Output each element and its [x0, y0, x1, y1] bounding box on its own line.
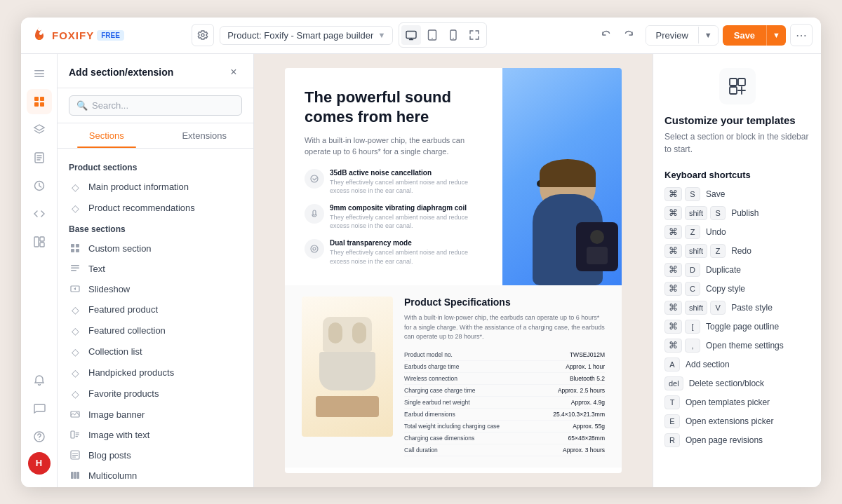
svg-point-42 — [313, 247, 316, 250]
section-item-favorite[interactable]: ◇ Favorite products — [58, 383, 253, 404]
tab-extensions[interactable]: Extensions — [156, 123, 254, 148]
svg-rect-10 — [34, 102, 39, 107]
section-item-product-rec[interactable]: ◇ Product recommendations — [58, 198, 253, 219]
section-item-handpicked[interactable]: ◇ Handpicked products — [58, 362, 253, 383]
bracket-key: [ — [685, 320, 700, 334]
shortcut-action: Redo — [731, 246, 751, 256]
sidebar-menu-button[interactable] — [27, 61, 52, 86]
specs-row-7: Total weight including charging caseAppr… — [404, 421, 605, 433]
preview-button[interactable]: Preview — [646, 26, 698, 45]
shortcut-undo: ⌘ Z Undo — [664, 225, 810, 239]
shortcut-action: Open theme settings — [706, 341, 784, 350]
more-options-button[interactable]: ⋯ — [790, 24, 813, 46]
section-item-image-text[interactable]: Image with text — [58, 425, 253, 445]
comma-key: , — [685, 339, 700, 353]
section-item-collection-list[interactable]: ◇ Collection list — [58, 341, 253, 362]
sidebar-help-button[interactable] — [27, 424, 52, 449]
preview-dropdown-button[interactable]: ▼ — [698, 27, 718, 43]
product-sections-title: Product sections — [58, 157, 253, 177]
svg-rect-30 — [76, 435, 80, 435]
fullscreen-view-button[interactable] — [465, 25, 484, 45]
section-item-text[interactable]: Text — [58, 259, 253, 279]
shortcut-action: Delete section/block — [689, 379, 764, 388]
cmd-key: ⌘ — [664, 339, 682, 353]
user-avatar[interactable]: H — [28, 452, 51, 475]
sidebar-sections-button[interactable] — [27, 89, 52, 114]
section-item-featured-collection[interactable]: ◇ Featured collection — [58, 320, 253, 341]
undo-button[interactable] — [596, 25, 616, 45]
shortcut-action: Paste style — [731, 303, 773, 313]
svg-rect-23 — [71, 265, 79, 266]
panel-close-button[interactable]: × — [225, 64, 242, 81]
search-input[interactable] — [92, 100, 234, 111]
shortcut-delete: del Delete section/block — [664, 376, 810, 390]
redo-button[interactable] — [619, 25, 639, 45]
tabs-row: Sections Extensions — [58, 123, 253, 149]
sidebar-widget-button[interactable] — [27, 229, 52, 254]
sidebar-chat-button[interactable] — [27, 396, 52, 421]
shortcut-add-section: A Add section — [664, 357, 810, 372]
right-panel-desc: Select a section or block in the sidebar… — [664, 130, 810, 156]
specs-section: Product Specifications With a built-in l… — [285, 285, 622, 468]
save-button-group: Save ▼ — [723, 25, 786, 46]
section-item-custom[interactable]: Custom section — [58, 238, 253, 259]
section-item-image-cards[interactable]: Image cards — [58, 486, 253, 487]
topbar: FOXIFY FREE Product: Foxify - Smart page… — [21, 18, 821, 54]
sidebar-pages-button[interactable] — [27, 145, 52, 170]
section-item-multicolumn[interactable]: Multicolumn — [58, 465, 253, 486]
desktop-view-button[interactable] — [401, 25, 421, 45]
shortcut-templates: T Open templates picker — [664, 395, 810, 409]
sidebar-bell-button[interactable] — [27, 368, 52, 393]
tablet-icon — [427, 29, 438, 41]
section-item-label: Featured product — [88, 304, 158, 315]
tab-sections[interactable]: Sections — [58, 123, 156, 148]
sidebar-code-button[interactable] — [27, 201, 52, 226]
svg-point-2 — [432, 38, 433, 39]
settings-button[interactable] — [192, 24, 214, 46]
c-key: C — [685, 282, 700, 296]
svg-rect-19 — [71, 244, 74, 247]
section-item-slideshow[interactable]: Slideshow — [58, 279, 253, 299]
grid-icon — [33, 95, 46, 108]
section-item-featured-product[interactable]: ◇ Featured product — [58, 299, 253, 320]
sidebar-clock-button[interactable] — [27, 173, 52, 198]
section-item-blog[interactable]: Blog posts — [58, 445, 253, 465]
specs-layout: Product Specifications With a built-in l… — [302, 297, 605, 456]
shortcut-action: Open extensions picker — [686, 416, 773, 426]
svg-rect-20 — [76, 244, 79, 247]
sidebar-layers-button[interactable] — [27, 117, 52, 142]
save-dropdown-button[interactable]: ▼ — [766, 25, 786, 46]
svg-rect-7 — [34, 76, 44, 77]
featured-product-icon: ◇ — [69, 304, 81, 315]
shift-key: shift — [685, 206, 707, 220]
v-key: V — [710, 301, 726, 315]
save-button[interactable]: Save — [723, 25, 766, 46]
topbar-left: FOXIFY FREE — [29, 25, 86, 45]
specs-row-9: Call durationApprox. 3 hours — [404, 444, 605, 456]
shortcut-theme-settings: ⌘ , Open theme settings — [664, 339, 810, 353]
section-item-image-banner[interactable]: Image banner — [58, 404, 253, 425]
specs-row-8: Charging case dimensions65×48×28mm — [404, 433, 605, 444]
mobile-view-button[interactable] — [443, 25, 463, 45]
section-item-main-product[interactable]: ◇ Main product information — [58, 177, 253, 198]
section-item-label: Text — [88, 264, 105, 274]
page-selector[interactable]: Product: Foxify - Smart page builder ▼ — [220, 26, 393, 45]
svg-rect-16 — [40, 243, 44, 247]
main-layout: H Add section/extension × 🔍 Sections Ext… — [21, 54, 821, 487]
section-item-label: Handpicked products — [88, 367, 174, 378]
svg-rect-25 — [71, 270, 76, 271]
specs-row-4: Charging case charge timeApprox. 2.5 hou… — [404, 385, 605, 397]
help-icon — [33, 430, 46, 443]
feat-text-3: Dual transparency mode They effectively … — [330, 239, 488, 266]
shortcut-paste-style: ⌘ shift V Paste style — [664, 301, 810, 315]
shortcut-action: Publish — [731, 208, 759, 218]
shortcut-publish: ⌘ shift S Publish — [664, 206, 810, 220]
specs-row-3: Wireless connectionBluetooth 5.2 — [404, 373, 605, 385]
search-box: 🔍 — [58, 88, 253, 123]
shortcut-revisions: R Open page revisions — [664, 433, 810, 447]
tablet-view-button[interactable] — [422, 25, 442, 45]
flame-icon — [29, 25, 49, 45]
search-icon: 🔍 — [76, 100, 88, 111]
svg-rect-44 — [738, 79, 745, 86]
feat-icon-2 — [305, 204, 324, 224]
